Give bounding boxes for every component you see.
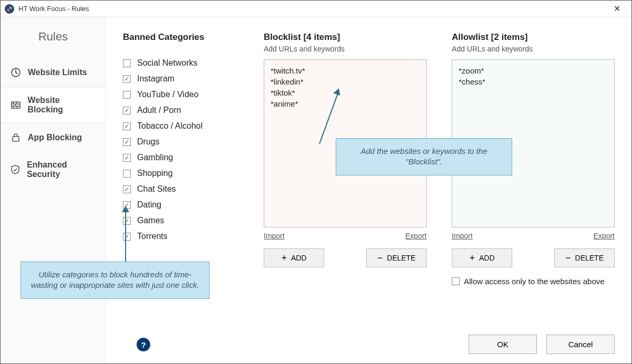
checkbox[interactable]: ✓ [123,138,131,146]
category-item[interactable]: YouTube / Video [123,87,239,102]
checkbox[interactable]: ✓ [123,217,131,225]
category-label: Dating [137,200,161,210]
allowlist-add-button[interactable]: +ADD [452,248,512,267]
category-label: Chat Sites [137,184,176,194]
help-button[interactable]: ? [137,338,150,351]
category-label: Instagram [137,74,174,84]
category-item[interactable]: ✓Gambling [123,150,239,165]
list-item[interactable]: *twitch.tv* [271,65,420,76]
list-item[interactable]: *zoom* [459,65,608,76]
annotation-arrow [125,210,126,262]
allowlist-export-link[interactable]: Export [594,232,615,240]
checkbox[interactable] [123,91,131,99]
sidebar-item-website-blocking[interactable]: Website Blocking [1,87,106,123]
checkbox[interactable]: ✓ [123,107,131,115]
category-label: Social Networks [137,58,198,68]
allowlist-subtitle: Add URLs and keywords [452,45,615,53]
blocklist-delete-label: DELETE [387,254,416,262]
checkbox[interactable]: ✓ [123,75,131,83]
sidebar: Rules Website LimitsWebsite BlockingApp … [1,17,106,363]
sidebar-item-enhanced-security[interactable]: Enhanced Security [1,152,106,188]
cancel-button[interactable]: Cancel [546,335,615,354]
body: Rules Website LimitsWebsite BlockingApp … [1,17,631,363]
sidebar-title: Rules [1,30,106,44]
minus-icon: − [565,253,571,263]
dialog-footer: OK Cancel [123,325,615,354]
firewall-icon [10,99,22,111]
ok-button[interactable]: OK [469,335,537,354]
allowlist-delete-button[interactable]: −DELETE [554,248,615,267]
sidebar-item-app-blocking[interactable]: App Blocking [1,123,106,152]
category-item[interactable]: ✓Tobacco / Alcohol [123,118,239,134]
checkbox[interactable]: ✓ [123,122,131,130]
checkbox[interactable]: ✓ [123,185,131,193]
close-button[interactable]: ✕ [606,1,627,17]
allowlist-column: Allowlist [2 items] Add URLs and keyword… [452,32,615,325]
category-item[interactable]: ✓Games [123,213,239,228]
sidebar-item-website-limits[interactable]: Website Limits [1,58,106,87]
category-item[interactable]: ✓Dating [123,197,239,213]
arrow-head-icon [122,206,129,212]
list-item[interactable]: *chess* [459,76,608,87]
category-label: Drugs [137,137,160,147]
minus-icon: − [377,253,383,263]
plus-icon: + [281,253,287,263]
category-item[interactable]: ✓Torrents [123,228,239,244]
annotation-categories: Utilize categories to block hundreds of … [20,262,210,299]
category-item[interactable]: Shopping [123,165,239,181]
checkbox[interactable]: ✓ [123,233,131,241]
category-label: Tobacco / Alcohol [137,121,203,131]
plus-icon: + [469,253,475,263]
list-item[interactable]: *anime* [271,98,420,109]
sidebar-item-label: Website Blocking [28,96,96,115]
sidebar-item-label: App Blocking [28,133,82,142]
category-label: Torrents [137,232,168,241]
titlebar: HT Work Focus - Rules ✕ [1,1,631,17]
checkbox[interactable] [123,170,131,178]
blocklist-delete-button[interactable]: −DELETE [366,248,427,267]
blocklist-add-label: ADD [291,254,307,262]
svg-rect-3 [13,137,19,141]
checkbox[interactable]: ✓ [123,154,131,162]
category-item[interactable]: ✓Adult / Porn [123,102,239,118]
category-label: Gambling [137,153,173,162]
allow-only-checkbox[interactable] [452,277,460,285]
blocklist-column: Blocklist [4 items] Add URLs and keyword… [264,32,427,325]
allowlist-title: Allowlist [2 items] [452,32,615,43]
category-label: YouTube / Video [137,90,199,99]
allowlist-import-link[interactable]: Import [452,232,473,240]
categories-title: Banned Categories [123,32,239,43]
sidebar-item-label: Enhanced Security [27,160,96,179]
app-icon [5,4,14,14]
category-item[interactable]: ✓Chat Sites [123,181,239,197]
annotation-blocklist: Add the websites or keywords to the "Blo… [336,138,512,175]
sidebar-item-label: Website Limits [28,68,87,77]
list-item[interactable]: *linkedin* [271,76,420,87]
list-item[interactable]: *tiktok* [271,87,420,98]
app-window: HT Work Focus - Rules ✕ Rules Website Li… [0,0,632,364]
category-label: Adult / Porn [137,106,181,115]
allow-only-label: Allow access only to the websites above [464,277,605,286]
category-item[interactable]: ✓Instagram [123,71,239,87]
clock-icon [10,67,22,78]
allowlist-delete-label: DELETE [575,254,604,262]
svg-rect-2 [12,102,20,108]
category-label: Shopping [137,169,173,178]
blocklist-subtitle: Add URLs and keywords [264,45,427,53]
lock-icon [10,132,22,143]
checkbox[interactable] [123,59,131,67]
shield-icon [10,164,20,175]
category-label: Games [137,216,164,225]
window-title: HT Work Focus - Rules [18,5,606,13]
blocklist-title: Blocklist [4 items] [264,32,427,43]
blocklist-add-button[interactable]: +ADD [264,248,324,267]
blocklist-import-link[interactable]: Import [264,232,285,240]
blocklist-export-link[interactable]: Export [406,232,427,240]
category-item[interactable]: Social Networks [123,55,239,71]
allowlist-add-label: ADD [479,254,495,262]
category-item[interactable]: ✓Drugs [123,134,239,150]
main-content: Banned Categories Social Networks✓Instag… [106,17,631,363]
